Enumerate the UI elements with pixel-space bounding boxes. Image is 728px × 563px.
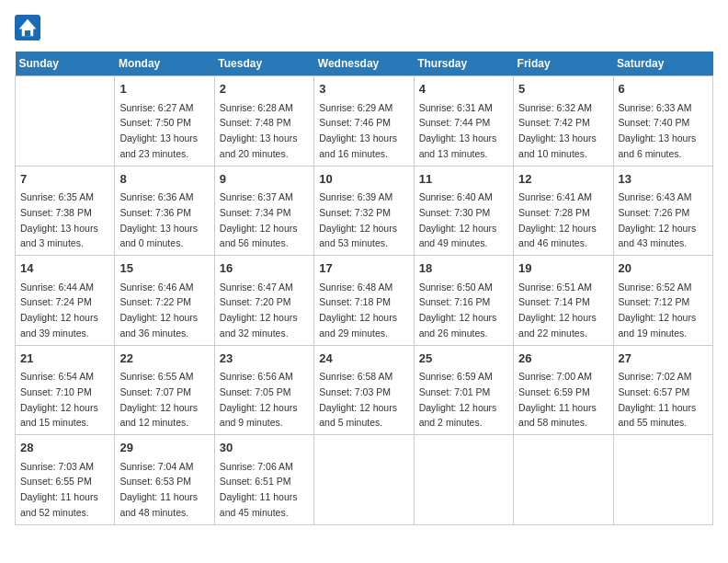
- sunset-text: Sunset: 7:10 PM: [20, 386, 92, 397]
- sunrise-text: Sunrise: 6:55 AM: [119, 371, 193, 382]
- calendar-cell: 3Sunrise: 6:29 AMSunset: 7:46 PMDaylight…: [314, 76, 414, 167]
- sunset-text: Sunset: 7:12 PM: [619, 296, 690, 307]
- sunset-text: Sunset: 7:01 PM: [419, 386, 491, 397]
- daylight-text: Daylight: 13 hours and 10 minutes.: [518, 132, 597, 159]
- logo: [15, 15, 44, 40]
- calendar-cell: 17Sunrise: 6:48 AMSunset: 7:18 PMDayligh…: [314, 256, 414, 346]
- day-number: 28: [20, 439, 109, 457]
- calendar-cell: 28Sunrise: 7:03 AMSunset: 6:55 PMDayligh…: [16, 435, 115, 525]
- weekday-header: Tuesday: [214, 52, 313, 76]
- sunrise-text: Sunrise: 6:51 AM: [518, 282, 592, 293]
- day-number: 7: [20, 170, 109, 189]
- calendar-week-row: 28Sunrise: 7:03 AMSunset: 6:55 PMDayligh…: [16, 435, 713, 525]
- day-number: 3: [319, 80, 408, 98]
- weekday-header: Wednesday: [314, 52, 414, 76]
- day-number: 12: [518, 170, 608, 189]
- day-number: 21: [20, 350, 109, 368]
- calendar-week-row: 21Sunrise: 6:54 AMSunset: 7:10 PMDayligh…: [16, 345, 713, 435]
- sunrise-text: Sunrise: 6:56 AM: [220, 371, 293, 382]
- calendar-cell: 18Sunrise: 6:50 AMSunset: 7:16 PMDayligh…: [414, 256, 513, 346]
- weekday-header: Friday: [514, 52, 613, 76]
- weekday-header: Monday: [115, 52, 214, 76]
- sunset-text: Sunset: 7:18 PM: [319, 296, 391, 307]
- calendar-cell: 6Sunrise: 6:33 AMSunset: 7:40 PMDaylight…: [613, 76, 712, 167]
- daylight-text: Daylight: 13 hours and 23 minutes.: [119, 132, 198, 159]
- weekday-header: Thursday: [414, 52, 513, 76]
- calendar-cell: 14Sunrise: 6:44 AMSunset: 7:24 PMDayligh…: [16, 256, 115, 346]
- sunset-text: Sunset: 7:24 PM: [20, 296, 92, 307]
- calendar-cell: 20Sunrise: 6:52 AMSunset: 7:12 PMDayligh…: [613, 256, 712, 346]
- daylight-text: Daylight: 12 hours and 39 minutes.: [20, 312, 98, 339]
- sunset-text: Sunset: 7:38 PM: [20, 207, 92, 218]
- sunrise-text: Sunrise: 6:33 AM: [619, 102, 692, 113]
- calendar-cell: 16Sunrise: 6:47 AMSunset: 7:20 PMDayligh…: [214, 256, 313, 346]
- calendar-cell: 8Sunrise: 6:36 AMSunset: 7:36 PMDaylight…: [115, 166, 214, 256]
- sunrise-text: Sunrise: 7:02 AM: [619, 371, 692, 382]
- daylight-text: Daylight: 12 hours and 22 minutes.: [518, 312, 597, 339]
- sunset-text: Sunset: 6:55 PM: [20, 476, 92, 487]
- calendar-cell: 27Sunrise: 7:02 AMSunset: 6:57 PMDayligh…: [613, 345, 712, 435]
- sunrise-text: Sunrise: 6:47 AM: [220, 282, 293, 293]
- calendar-cell: 1Sunrise: 6:27 AMSunset: 7:50 PMDaylight…: [115, 76, 214, 167]
- calendar-cell: 26Sunrise: 7:00 AMSunset: 6:59 PMDayligh…: [514, 345, 613, 435]
- calendar-cell: 19Sunrise: 6:51 AMSunset: 7:14 PMDayligh…: [514, 256, 613, 346]
- day-number: 6: [619, 80, 708, 98]
- sunset-text: Sunset: 6:59 PM: [518, 386, 590, 397]
- daylight-text: Daylight: 13 hours and 6 minutes.: [619, 132, 697, 159]
- sunrise-text: Sunrise: 7:06 AM: [220, 461, 293, 472]
- sunrise-text: Sunrise: 6:59 AM: [419, 371, 493, 382]
- daylight-text: Daylight: 11 hours and 45 minutes.: [220, 491, 298, 518]
- calendar-cell: 15Sunrise: 6:46 AMSunset: 7:22 PMDayligh…: [115, 256, 214, 346]
- daylight-text: Daylight: 11 hours and 48 minutes.: [119, 491, 198, 518]
- day-number: 4: [419, 80, 508, 98]
- calendar-cell: 2Sunrise: 6:28 AMSunset: 7:48 PMDaylight…: [214, 76, 313, 167]
- daylight-text: Daylight: 12 hours and 19 minutes.: [619, 312, 697, 339]
- day-number: 25: [419, 350, 508, 368]
- daylight-text: Daylight: 13 hours and 20 minutes.: [220, 132, 298, 159]
- weekday-header: Saturday: [613, 52, 712, 76]
- weekday-header-row: SundayMondayTuesdayWednesdayThursdayFrid…: [16, 52, 713, 76]
- sunrise-text: Sunrise: 6:29 AM: [319, 102, 392, 113]
- logo-icon: [15, 15, 40, 40]
- daylight-text: Daylight: 12 hours and 36 minutes.: [119, 312, 198, 339]
- sunrise-text: Sunrise: 6:31 AM: [419, 102, 493, 113]
- sunrise-text: Sunrise: 6:50 AM: [419, 282, 493, 293]
- sunset-text: Sunset: 7:20 PM: [220, 296, 291, 307]
- day-number: 2: [220, 80, 309, 98]
- calendar-week-row: 1Sunrise: 6:27 AMSunset: 7:50 PMDaylight…: [16, 76, 713, 167]
- sunrise-text: Sunrise: 6:46 AM: [119, 282, 193, 293]
- sunset-text: Sunset: 7:28 PM: [518, 207, 590, 218]
- sunrise-text: Sunrise: 6:35 AM: [20, 191, 94, 202]
- sunset-text: Sunset: 7:14 PM: [518, 296, 590, 307]
- daylight-text: Daylight: 12 hours and 49 minutes.: [419, 223, 497, 249]
- sunset-text: Sunset: 6:57 PM: [619, 386, 690, 397]
- day-number: 30: [220, 439, 309, 457]
- calendar-cell: 23Sunrise: 6:56 AMSunset: 7:05 PMDayligh…: [214, 345, 313, 435]
- sunrise-text: Sunrise: 6:44 AM: [20, 282, 94, 293]
- weekday-header: Sunday: [16, 52, 115, 76]
- sunrise-text: Sunrise: 7:00 AM: [518, 371, 592, 382]
- calendar-cell: 12Sunrise: 6:41 AMSunset: 7:28 PMDayligh…: [514, 166, 613, 256]
- calendar-cell: [16, 76, 115, 167]
- day-number: 22: [119, 350, 209, 368]
- day-number: 27: [619, 350, 708, 368]
- daylight-text: Daylight: 11 hours and 55 minutes.: [619, 402, 697, 429]
- daylight-text: Daylight: 13 hours and 13 minutes.: [419, 132, 497, 159]
- calendar-week-row: 14Sunrise: 6:44 AMSunset: 7:24 PMDayligh…: [16, 256, 713, 346]
- sunset-text: Sunset: 7:16 PM: [419, 296, 491, 307]
- calendar-cell: [514, 435, 613, 525]
- day-number: 11: [419, 170, 508, 189]
- daylight-text: Daylight: 12 hours and 15 minutes.: [20, 402, 98, 429]
- sunrise-text: Sunrise: 6:40 AM: [419, 191, 493, 202]
- sunrise-text: Sunrise: 7:04 AM: [119, 461, 193, 472]
- daylight-text: Daylight: 12 hours and 5 minutes.: [319, 402, 397, 429]
- sunset-text: Sunset: 7:34 PM: [220, 207, 291, 218]
- calendar-cell: 13Sunrise: 6:43 AMSunset: 7:26 PMDayligh…: [613, 166, 712, 256]
- sunrise-text: Sunrise: 7:03 AM: [20, 461, 94, 472]
- calendar-cell: 30Sunrise: 7:06 AMSunset: 6:51 PMDayligh…: [214, 435, 313, 525]
- sunrise-text: Sunrise: 6:37 AM: [220, 191, 293, 202]
- day-number: 20: [619, 259, 708, 278]
- daylight-text: Daylight: 13 hours and 0 minutes.: [119, 223, 198, 249]
- day-number: 10: [319, 170, 408, 189]
- calendar-cell: [314, 435, 414, 525]
